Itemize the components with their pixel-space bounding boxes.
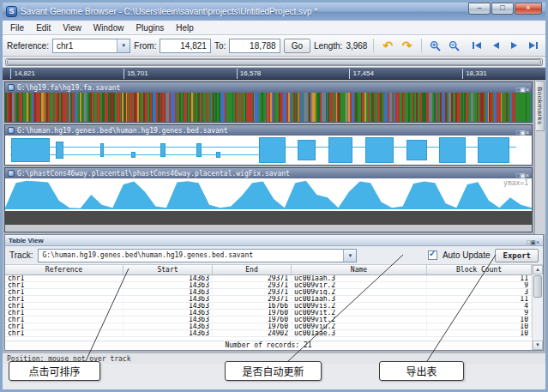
bookmarks-tab[interactable]: Bookmarks [536, 81, 545, 131]
close-icon[interactable]: × [526, 130, 529, 136]
table-row[interactable]: chr11436319760uc009vit.29 [5, 310, 532, 317]
table-cell: uc009vit.2 [292, 310, 427, 316]
scrollbar-thumb[interactable] [533, 275, 542, 298]
gene-exon-block[interactable] [259, 137, 286, 163]
menu-item-window[interactable]: Window [87, 22, 130, 33]
table-cell: 3 [427, 289, 532, 295]
menu-item-plugins[interactable]: Plugins [129, 22, 170, 33]
chevron-down-icon[interactable]: ▼ [117, 39, 129, 52]
interval-render[interactable] [5, 136, 532, 165]
range-slider-track[interactable] [5, 58, 543, 66]
check-icon: ✓ [429, 249, 436, 258]
tracks-column: G:\hg19.fa\hg19.fa.savant □▣× G:\human.h… [3, 80, 534, 234]
length-value: 3,968 [346, 41, 367, 51]
track-icon [8, 84, 15, 91]
scrollbar-track[interactable] [533, 299, 543, 341]
scroll-up-icon[interactable]: ▲ [533, 265, 543, 274]
column-header-start[interactable]: Start [123, 265, 213, 274]
table-cell: 19760 [213, 317, 292, 323]
table-cell: uc001aah.3 [292, 296, 427, 302]
table-scrollbar[interactable]: ▲ ▼ [532, 265, 543, 350]
table-view-title: Table View [9, 237, 527, 244]
chevron-down-icon[interactable]: ▼ [343, 250, 356, 262]
menu-item-view[interactable]: View [57, 22, 87, 33]
callout-click-to-sort: 点击可排序 [9, 361, 100, 381]
to-label: To: [214, 41, 226, 51]
sequence-render[interactable] [5, 93, 532, 122]
shift-end-icon[interactable] [526, 38, 541, 54]
export-button[interactable]: Export [495, 249, 539, 262]
column-header-reference[interactable]: Reference [5, 265, 123, 274]
shift-start-icon[interactable] [469, 38, 485, 54]
table-cell: 29371 [213, 289, 292, 295]
menu-item-file[interactable]: File [4, 22, 30, 33]
scroll-down-icon[interactable]: ▼ [533, 341, 543, 350]
gene-exon-block[interactable] [56, 142, 63, 158]
table-cell: uc009vis.2 [292, 303, 427, 309]
undo-icon[interactable]: ↶ [380, 38, 395, 54]
table-cell: chr1 [5, 303, 123, 309]
minimize-button[interactable]: – [468, 3, 491, 15]
range-slider-handle[interactable] [7, 59, 541, 65]
close-button[interactable]: × [515, 3, 542, 15]
table-cell: 9 [427, 282, 532, 288]
gene-exon-block[interactable] [439, 137, 466, 163]
table-row[interactable]: chr11436319760uc009vit.210 [5, 317, 532, 323]
gene-exon-block[interactable] [478, 137, 509, 163]
gene-exon-block[interactable] [160, 143, 166, 157]
gene-exon-block[interactable] [131, 152, 135, 158]
conservation-chart[interactable]: ymax=1 [5, 178, 532, 209]
go-button[interactable]: Go [284, 39, 310, 53]
auto-update-checkbox[interactable]: ✓ [428, 250, 437, 260]
close-icon[interactable]: × [536, 239, 539, 245]
gene-exon-block[interactable] [365, 137, 394, 163]
menu-item-edit[interactable]: Edit [30, 22, 57, 33]
from-input[interactable]: 14,821 [160, 39, 210, 53]
reference-label: Reference: [7, 41, 49, 51]
gene-exon-block[interactable] [406, 140, 428, 160]
table-row[interactable]: chr11436329371uc009vir.29 [5, 282, 532, 289]
ruler-tick: 15,701 [123, 69, 148, 79]
table-row[interactable]: chr11436329371uc001aah.311 [5, 275, 532, 282]
gene-exon-block[interactable] [216, 152, 220, 158]
table-row[interactable]: chr11436319760uc009viu.210 [5, 323, 532, 330]
close-icon[interactable]: × [526, 172, 529, 178]
redo-icon[interactable]: ↷ [400, 38, 415, 54]
zoom-out-icon[interactable] [447, 38, 462, 54]
to-input[interactable]: 18,788 [229, 39, 280, 53]
track-footer [5, 225, 532, 232]
gene-exon-block[interactable] [11, 138, 49, 163]
zoom-in-icon[interactable] [428, 38, 443, 54]
table-cell: chr1 [5, 275, 123, 281]
gene-exon-block[interactable] [298, 140, 316, 160]
reference-value: chr1 [53, 39, 117, 52]
maximize-button[interactable]: □ [491, 3, 514, 15]
maximize-icon[interactable]: ▣ [530, 239, 536, 245]
track-icon [8, 170, 15, 177]
table-view-panel: Table View □▣× Track: G:\human.hg19.gene… [4, 234, 544, 351]
table-body: chr11436329371uc001aah.311chr11436329371… [5, 275, 532, 341]
track-select-combobox[interactable]: G:\human.hg19.genes.bed\human.hg19.genes… [38, 249, 357, 262]
column-header-name[interactable]: Name [292, 265, 427, 274]
table-row[interactable]: chr11436324902uc001aae.310 [5, 330, 532, 337]
menu-item-help[interactable]: Help [170, 22, 200, 33]
ruler-tick: 18,331 [462, 69, 486, 79]
table-cell: uc009vir.2 [292, 282, 427, 288]
shift-right-icon[interactable] [507, 38, 522, 54]
gene-exon-block[interactable] [328, 137, 352, 163]
table-cell: 14363 [123, 323, 213, 329]
table-row[interactable]: chr11436329371uc009viq.23 [5, 289, 532, 296]
close-icon[interactable]: × [526, 87, 529, 93]
gene-exon-block[interactable] [196, 143, 202, 157]
maximize-icon[interactable]: ▣ [520, 172, 526, 178]
column-header-block-count[interactable]: Block Count [427, 265, 532, 274]
gene-exon-block[interactable] [100, 143, 105, 157]
column-header-end[interactable]: End [213, 265, 292, 274]
table-row[interactable]: chr11436316766uc009vis.24 [5, 303, 532, 310]
maximize-icon[interactable]: ▣ [520, 130, 526, 136]
table-row[interactable]: chr11436329371uc001aah.311 [5, 296, 532, 303]
shift-left-icon[interactable] [488, 38, 503, 54]
maximize-icon[interactable]: ▣ [520, 87, 526, 93]
reference-combobox[interactable]: chr1 ▼ [52, 39, 130, 53]
track-panel-conservation: G:\phastCons46way.placental\phastCons46w… [4, 167, 533, 232]
